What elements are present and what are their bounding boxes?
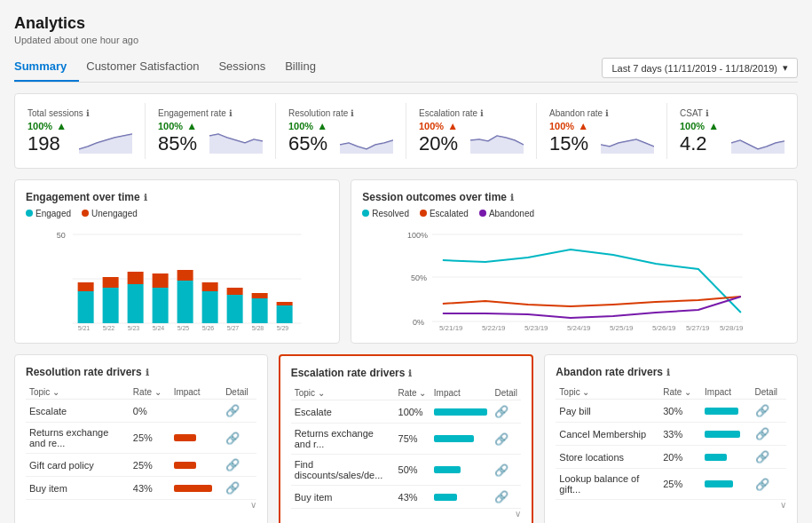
resolution-drivers-table: Topic Rate Impact Detail Escalate 0% 🔗 R xyxy=(26,385,256,500)
eye-icon-abn-2[interactable]: 🔗 xyxy=(755,427,769,440)
svg-text:100%: 100% xyxy=(407,231,428,240)
info-icon-abandon[interactable]: ℹ xyxy=(605,108,609,118)
res-topic-3: Gift card policy xyxy=(26,454,130,477)
svg-rect-35 xyxy=(277,305,293,323)
kpi-value-sessions: 198 xyxy=(28,132,60,155)
svg-text:5/26/19: 5/26/19 xyxy=(652,324,676,332)
svg-rect-36 xyxy=(277,302,293,305)
svg-marker-1 xyxy=(209,134,263,154)
info-icon-resolution-drivers[interactable]: ℹ xyxy=(146,368,149,377)
escalation-drivers-title: Escalation rate drivers xyxy=(291,367,406,379)
esc-topic-1: Escalate xyxy=(291,400,395,424)
svg-text:5/21/19: 5/21/19 xyxy=(439,324,463,332)
svg-text:5/29: 5/29 xyxy=(277,325,289,331)
svg-text:5/22/19: 5/22/19 xyxy=(482,324,506,332)
info-icon-engagement[interactable]: ℹ xyxy=(229,108,233,118)
svg-rect-22 xyxy=(103,277,119,288)
eye-icon-1[interactable]: 🔗 xyxy=(225,404,240,417)
kpi-pct-escalation: 100% xyxy=(419,121,444,131)
abandon-drivers-card: Abandon rate drivers ℹ Topic Rate Impact… xyxy=(544,354,798,523)
info-icon-csat[interactable]: ℹ xyxy=(706,108,709,118)
legend-engaged: Engaged xyxy=(26,209,71,218)
res-topic-4: Buy item xyxy=(26,477,130,500)
esc-rate-3: 50% xyxy=(395,455,430,486)
eye-icon-esc-1[interactable]: 🔗 xyxy=(494,405,508,418)
col-rate-res: Rate xyxy=(130,385,170,400)
tab-sessions[interactable]: Sessions xyxy=(218,54,278,82)
tab-billing[interactable]: Billing xyxy=(285,54,328,82)
eye-icon-2[interactable]: 🔗 xyxy=(225,432,240,445)
info-icon-escalation-drivers[interactable]: ℹ xyxy=(408,368,412,378)
charts-row: Engagement over time ℹ Engaged Unengaged… xyxy=(14,179,798,344)
kpi-escalation-rate: Escalation rate ℹ 100% ▲ 20% xyxy=(406,103,537,159)
legend-unengaged: Unengaged xyxy=(82,209,138,218)
tab-summary[interactable]: Summary xyxy=(14,54,79,82)
kpi-abandon-rate: Abandon rate ℹ 100% ▲ 15% xyxy=(537,103,667,159)
info-icon-engagement-chart[interactable]: ℹ xyxy=(144,193,147,202)
svg-text:5/23/19: 5/23/19 xyxy=(524,324,548,332)
eye-icon-3[interactable]: 🔗 xyxy=(225,458,240,471)
info-icon-sessions[interactable]: ℹ xyxy=(86,108,90,118)
svg-text:50%: 50% xyxy=(411,273,427,282)
info-icon-resolution[interactable]: ℹ xyxy=(351,108,354,118)
scroll-down-res[interactable]: ∨ xyxy=(26,500,256,510)
eye-icon-4[interactable]: 🔗 xyxy=(225,481,240,495)
abn-topic-1: Pay bill xyxy=(556,400,659,423)
svg-text:5/26: 5/26 xyxy=(202,325,215,331)
svg-rect-23 xyxy=(128,284,144,323)
svg-text:5/23: 5/23 xyxy=(128,325,140,331)
svg-rect-19 xyxy=(78,291,94,323)
svg-rect-32 xyxy=(227,288,243,295)
legend-abandoned: Abandoned xyxy=(479,209,534,218)
col-rate-abn: Rate xyxy=(659,385,701,400)
abn-rate-2: 33% xyxy=(659,423,701,446)
engagement-chart-title: Engagement over time xyxy=(26,191,140,203)
info-icon-abandon-drivers[interactable]: ℹ xyxy=(666,368,670,377)
svg-rect-28 xyxy=(177,270,193,281)
esc-topic-2: Returns exchange and r... xyxy=(291,424,395,455)
eye-icon-esc-2[interactable]: 🔗 xyxy=(494,432,508,446)
table-row: Find discounts/sales/de... 50% 🔗 xyxy=(291,455,522,486)
svg-text:5/28: 5/28 xyxy=(252,325,264,331)
scroll-down-abn[interactable]: ∨ xyxy=(556,500,786,510)
session-outcomes-chart-card: Session outcomes over time ℹ Resolved Es… xyxy=(351,179,798,344)
svg-rect-20 xyxy=(78,282,94,291)
drivers-row: Resolution rate drivers ℹ Topic Rate Imp… xyxy=(14,354,798,523)
scroll-down-esc[interactable]: ∨ xyxy=(291,509,522,519)
kpi-value-escalation: 20% xyxy=(419,132,458,155)
eye-icon-abn-4[interactable]: 🔗 xyxy=(755,478,769,491)
kpi-label-escalation: Escalation rate xyxy=(419,108,477,118)
kpi-engagement-rate: Engagement rate ℹ 100% ▲ 85% xyxy=(146,103,276,159)
col-detail-esc: Detail xyxy=(491,386,521,400)
page-subtitle: Updated about one hour ago xyxy=(14,35,798,45)
svg-rect-27 xyxy=(177,281,193,323)
kpi-value-engagement: 85% xyxy=(158,132,197,155)
table-row: Returns exchange and re... 25% 🔗 xyxy=(26,423,256,454)
col-impact-abn: Impact xyxy=(701,385,751,400)
svg-rect-24 xyxy=(128,272,144,284)
legend-escalated: Escalated xyxy=(420,209,469,218)
info-icon-outcomes[interactable]: ℹ xyxy=(510,193,514,202)
info-icon-escalation[interactable]: ℹ xyxy=(480,108,484,118)
abandon-drivers-table: Topic Rate Impact Detail Pay bill 30% 🔗 xyxy=(556,385,786,500)
kpi-resolution-rate: Resolution rate ℹ 100% ▲ 65% xyxy=(276,103,406,159)
kpi-label-total-sessions: Total sessions xyxy=(28,108,83,118)
svg-rect-25 xyxy=(153,288,169,323)
kpi-row: Total sessions ℹ 100% ▲ 198 xyxy=(14,93,798,169)
kpi-total-sessions: Total sessions ℹ 100% ▲ 198 xyxy=(15,103,146,159)
abn-topic-2: Cancel Membership xyxy=(556,423,659,446)
esc-topic-4: Buy item xyxy=(291,486,395,509)
escalation-drivers-card: Escalation rate drivers ℹ Topic Rate Imp… xyxy=(279,354,534,523)
eye-icon-esc-4[interactable]: 🔗 xyxy=(494,490,508,503)
session-outcomes-title: Session outcomes over time xyxy=(362,191,507,203)
svg-rect-30 xyxy=(202,282,218,291)
date-filter[interactable]: Last 7 days (11/11/2019 - 11/18/2019) ▾ xyxy=(602,58,798,78)
eye-icon-abn-3[interactable]: 🔗 xyxy=(755,450,769,464)
svg-text:5/25/19: 5/25/19 xyxy=(610,324,634,332)
kpi-label-engagement: Engagement rate xyxy=(158,108,226,118)
svg-marker-4 xyxy=(601,139,654,154)
eye-icon-esc-3[interactable]: 🔗 xyxy=(494,464,508,477)
table-row: Store locations 20% 🔗 xyxy=(556,446,786,469)
eye-icon-abn-1[interactable]: 🔗 xyxy=(755,404,769,417)
tab-customer-satisfaction[interactable]: Customer Satisfaction xyxy=(86,54,211,82)
